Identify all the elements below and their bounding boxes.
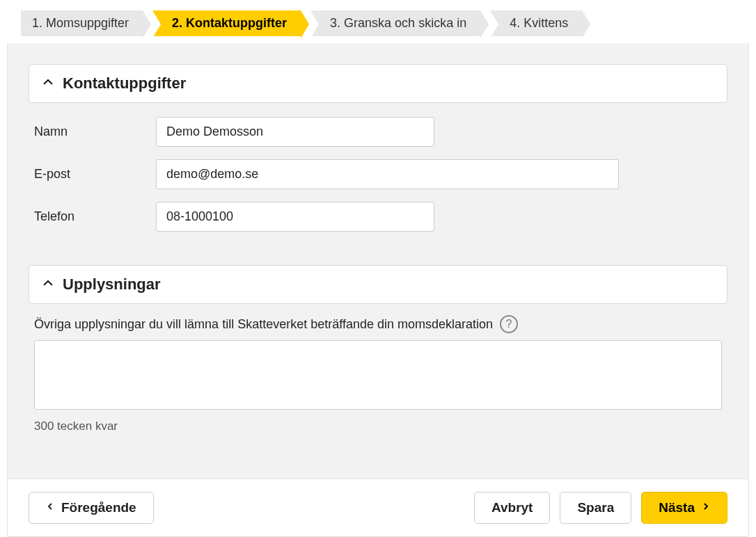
step-kvittens[interactable]: 4. Kvittens <box>490 10 582 36</box>
help-icon[interactable]: ? <box>500 315 518 333</box>
step-label: 2. Kontaktuppgifter <box>172 16 287 30</box>
chevron-up-icon <box>42 275 54 294</box>
step-label: 1. Momsuppgifter <box>32 16 129 30</box>
info-textarea[interactable] <box>34 340 722 410</box>
chevron-up-icon <box>42 74 54 93</box>
name-label: Namn <box>34 125 156 139</box>
accordion-title: Kontaktuppgifter <box>63 74 186 93</box>
accordion-info[interactable]: Upplysningar <box>29 265 727 304</box>
info-label-row: Övriga upplysningar du vill lämna till S… <box>29 304 727 340</box>
main-panel: Kontaktuppgifter Namn E-post Telefon <box>7 43 749 537</box>
step-kontaktuppgifter[interactable]: 2. Kontaktuppgifter <box>152 10 301 36</box>
step-granska[interactable]: 3. Granska och skicka in <box>310 10 480 36</box>
chevron-left-icon <box>46 500 54 515</box>
accordion-title: Upplysningar <box>63 275 161 294</box>
next-button[interactable]: Nästa <box>641 492 727 524</box>
prev-button[interactable]: Föregående <box>29 492 154 524</box>
email-input[interactable] <box>156 159 619 189</box>
name-input[interactable] <box>156 117 434 147</box>
info-label: Övriga upplysningar du vill lämna till S… <box>34 317 493 332</box>
chevron-right-icon <box>702 500 710 515</box>
contact-form: Namn E-post Telefon <box>29 103 727 265</box>
footer: Föregående Avbryt Spara Nästa <box>8 479 748 536</box>
content-area: Kontaktuppgifter Namn E-post Telefon <box>8 43 748 479</box>
phone-input[interactable] <box>156 202 434 232</box>
cancel-label: Avbryt <box>491 500 533 515</box>
step-label: 3. Granska och skicka in <box>330 16 466 30</box>
char-count: 300 tecken kvar <box>29 412 727 433</box>
form-row-email: E-post <box>34 159 722 189</box>
save-button[interactable]: Spara <box>560 492 631 524</box>
cancel-button[interactable]: Avbryt <box>474 492 550 524</box>
accordion-contact[interactable]: Kontaktuppgifter <box>29 64 727 103</box>
save-label: Spara <box>577 500 614 515</box>
prev-label: Föregående <box>61 500 136 515</box>
form-row-name: Namn <box>34 117 722 147</box>
next-label: Nästa <box>659 500 695 515</box>
form-row-phone: Telefon <box>34 202 722 232</box>
footer-right: Avbryt Spara Nästa <box>474 492 727 524</box>
step-label: 4. Kvittens <box>510 16 568 30</box>
email-label: E-post <box>34 167 156 182</box>
step-nav: 1. Momsuppgifter 2. Kontaktuppgifter 3. … <box>0 0 756 43</box>
step-momsuppgifter[interactable]: 1. Momsuppgifter <box>21 10 143 36</box>
phone-label: Telefon <box>34 209 156 224</box>
